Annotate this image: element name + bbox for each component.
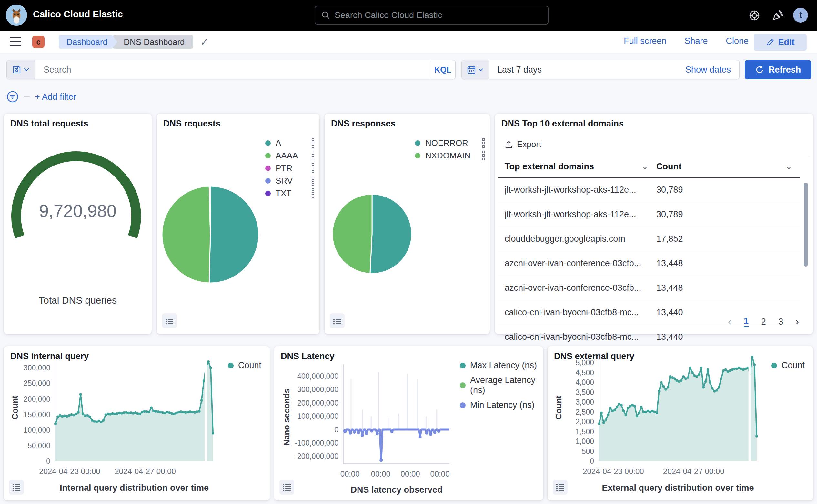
page-button-2[interactable]: 2 xyxy=(761,317,766,327)
newsfeed-icon[interactable] xyxy=(771,8,785,23)
global-search-input[interactable] xyxy=(335,10,542,20)
svg-text:300,000,000: 300,000,000 xyxy=(297,385,338,394)
svg-text:1,000: 1,000 xyxy=(575,437,594,446)
export-icon xyxy=(505,140,513,149)
legend-item-A[interactable]: A xyxy=(265,139,314,147)
saved-query-menu[interactable] xyxy=(7,60,35,79)
svg-text:2024-04-27 00:00: 2024-04-27 00:00 xyxy=(115,467,176,476)
cell-domain: jlt-worksh-jlt-workshop-aks-112e... xyxy=(505,185,656,195)
legend-label: NOERROR xyxy=(425,138,482,148)
menu-icon[interactable] xyxy=(10,37,21,46)
svg-text:2024-04-23 00:00: 2024-04-23 00:00 xyxy=(39,467,100,476)
panel-dns-latency: DNS Latency Max Latency (ns)Average Late… xyxy=(274,346,543,500)
list-icon xyxy=(12,483,21,492)
user-avatar[interactable]: t xyxy=(793,8,808,23)
legend-actions-icon[interactable] xyxy=(482,151,485,160)
legend-toggle-button[interactable] xyxy=(9,480,24,495)
search-icon xyxy=(321,11,330,20)
pencil-icon xyxy=(766,38,774,46)
legend-dot xyxy=(415,153,420,158)
list-icon xyxy=(333,316,342,325)
help-icon[interactable] xyxy=(747,8,762,23)
svg-text:5,000: 5,000 xyxy=(575,358,594,367)
full-screen-button[interactable]: Full screen xyxy=(624,36,666,46)
page-button-3[interactable]: 3 xyxy=(778,317,783,327)
list-icon xyxy=(282,483,291,492)
legend-actions-icon[interactable] xyxy=(312,151,314,160)
legend-actions-icon[interactable] xyxy=(312,188,314,198)
svg-text:0: 0 xyxy=(334,426,338,434)
page-button-1[interactable]: 1 xyxy=(744,316,749,327)
legend-actions-icon[interactable] xyxy=(312,138,314,148)
calendar-icon xyxy=(467,66,476,74)
svg-text:4,000: 4,000 xyxy=(575,378,594,387)
pie-slice-TXT[interactable] xyxy=(210,186,210,235)
line-chart[interactable]: -200,000,000-100,000,0000100,000,000200,… xyxy=(274,346,543,500)
breadcrumb-dns-dashboard[interactable]: DNS Dashboard xyxy=(113,35,193,49)
table-scrollbar[interactable] xyxy=(804,183,808,267)
svg-text:3,000: 3,000 xyxy=(575,398,594,406)
cell-domain: azcni-over-ivan-conference-03cfb... xyxy=(505,258,656,268)
panel-dns-external-query: DNS external query Count Count 05001,000… xyxy=(548,346,813,500)
previous-page-button[interactable]: ‹ xyxy=(728,316,731,328)
legend-item-NOERROR[interactable]: NOERROR xyxy=(415,139,485,147)
area-chart[interactable]: 05001,0001,5002,0002,5003,0003,5004,0004… xyxy=(548,346,813,500)
legend-actions-icon[interactable] xyxy=(312,163,314,173)
column-header-count[interactable]: Count ⌄ xyxy=(656,162,800,172)
kql-toggle[interactable]: KQL xyxy=(430,60,455,79)
global-search[interactable] xyxy=(315,6,549,25)
pie-slice-AAAA[interactable] xyxy=(162,186,210,283)
table-row: azcni-over-ivan-conference-03cfb...13,44… xyxy=(498,251,800,276)
add-filter-button[interactable]: + Add filter xyxy=(35,92,76,102)
space-avatar[interactable]: c xyxy=(32,36,45,48)
date-quick-menu[interactable] xyxy=(462,60,489,79)
table-row: calico-cni-ivan-byocni-03cfb8-mc...13,44… xyxy=(498,325,800,349)
panel-dns-requests: DNS requests AAAAAPTRSRVTXT xyxy=(157,114,319,334)
refresh-button[interactable]: Refresh xyxy=(745,60,811,79)
time-range-value[interactable]: Last 7 days xyxy=(489,60,685,79)
time-picker: Last 7 days Show dates xyxy=(461,60,740,79)
pie-legend: NOERRORNXDOMAIN xyxy=(415,139,485,160)
legend-actions-icon[interactable] xyxy=(312,176,314,186)
export-label: Export xyxy=(517,139,541,149)
svg-text:00:00: 00:00 xyxy=(340,469,360,478)
legend-toggle-button[interactable] xyxy=(279,480,294,495)
export-button[interactable]: Export xyxy=(505,139,541,149)
cell-count: 13,448 xyxy=(656,283,800,293)
next-page-button[interactable]: › xyxy=(795,316,799,328)
dashboard-toolbar: c Dashboard DNS Dashboard ✓ Full screen … xyxy=(0,31,817,53)
clone-button[interactable]: Clone xyxy=(726,36,749,46)
legend-item-TXT[interactable]: TXT xyxy=(265,189,314,197)
chevron-down-icon xyxy=(478,68,483,72)
app-logo-icon[interactable] xyxy=(6,5,27,26)
area-chart[interactable]: 050,000100,000150,000200,000250,000300,0… xyxy=(4,346,270,500)
legend-item-SRV[interactable]: SRV xyxy=(265,176,314,185)
table-row: clouddebugger.googleapis.com17,852 xyxy=(498,227,800,251)
svg-text:50,000: 50,000 xyxy=(28,441,50,450)
legend-item-AAAA[interactable]: AAAA xyxy=(265,151,314,160)
legend-actions-icon[interactable] xyxy=(482,138,485,148)
pie-slice-NXDOMAIN[interactable] xyxy=(332,194,372,274)
svg-text:-100,000,000: -100,000,000 xyxy=(295,439,338,447)
breadcrumb-dashboard[interactable]: Dashboard xyxy=(59,35,117,49)
column-header-domains[interactable]: Top external domains ⌄ xyxy=(505,162,656,172)
legend-toggle-button[interactable] xyxy=(330,313,345,328)
legend-toggle-button[interactable] xyxy=(162,313,177,328)
share-button[interactable]: Share xyxy=(684,36,708,46)
pie-slice-A[interactable] xyxy=(209,186,259,283)
chevron-down-icon: ⌄ xyxy=(786,163,792,171)
breadcrumb: Dashboard DNS Dashboard ✓ xyxy=(59,35,208,49)
legend-item-PTR[interactable]: PTR xyxy=(265,164,314,172)
svg-text:100,000: 100,000 xyxy=(24,426,50,434)
list-icon xyxy=(165,316,174,325)
svg-text:00:00: 00:00 xyxy=(401,469,420,478)
filter-icon[interactable] xyxy=(6,91,19,103)
legend-item-NXDOMAIN[interactable]: NXDOMAIN xyxy=(415,151,485,160)
svg-text:400,000,000: 400,000,000 xyxy=(297,372,338,380)
edit-button[interactable]: Edit xyxy=(754,34,807,51)
x-axis-title: External query distribution over time xyxy=(599,483,757,493)
show-dates-button[interactable]: Show dates xyxy=(685,60,739,79)
kql-search-input[interactable] xyxy=(35,60,430,79)
legend-toggle-button[interactable] xyxy=(553,480,568,495)
pie-slice-NOERROR[interactable] xyxy=(370,194,412,274)
